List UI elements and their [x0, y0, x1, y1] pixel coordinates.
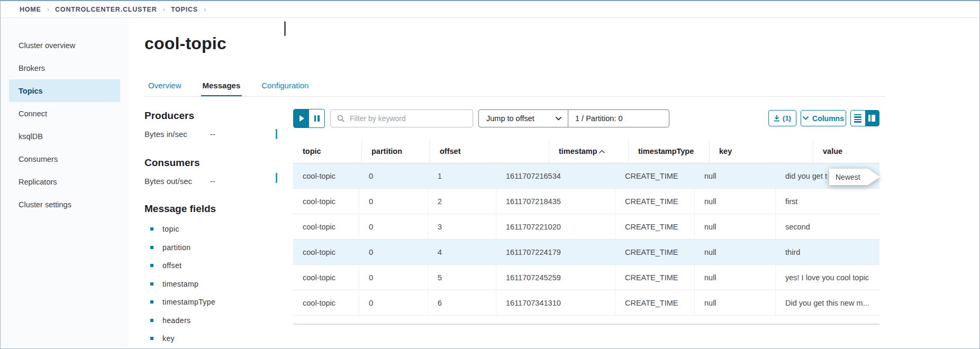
message-field-item[interactable]: topic — [144, 220, 291, 238]
cell-topic: cool-topic — [293, 214, 359, 239]
cell-timestamp: 1611707216534 — [496, 163, 615, 188]
sidebar-item[interactable]: Cluster settings — [9, 193, 120, 216]
sidebar-item[interactable]: Brokers — [9, 57, 120, 79]
field-bullet-icon — [150, 282, 153, 286]
sidebar-item[interactable]: Consumers — [9, 148, 120, 170]
cell-key: null — [695, 163, 776, 188]
column-header[interactable]: timestamp — [549, 140, 629, 163]
breadcrumb-link[interactable]: CONTROLCENTER.CLUSTER — [55, 6, 157, 13]
sidebar-item[interactable]: Topics — [9, 79, 120, 102]
sidebar-item-label: ksqlDB — [19, 132, 43, 141]
split-view-icon — [868, 115, 870, 122]
message-field-item[interactable]: headers — [144, 311, 291, 330]
column-header[interactable]: key — [710, 140, 813, 163]
cell-partition: 0 — [359, 290, 428, 315]
table-row[interactable]: cool-topic 0 5 1611707245259 CREATE_TIME… — [293, 265, 879, 290]
download-button[interactable]: (1) — [768, 110, 796, 126]
cell-key: null — [695, 189, 776, 214]
breadcrumb-item: TOPICS › — [171, 5, 212, 13]
table-row[interactable]: cool-topic 0 1 1611707216534 CREATE_TIME… — [293, 163, 879, 189]
tab[interactable]: Messages — [201, 81, 242, 97]
message-field-label: topic — [162, 225, 179, 233]
columns-label: Columns — [812, 114, 844, 123]
jump-to-offset-value: Jump to offset — [486, 114, 534, 123]
table-row[interactable]: cool-topic 0 6 1611707341310 CREATE_TIME… — [293, 290, 879, 316]
sidebar-item-label: Connect — [19, 109, 47, 118]
column-header[interactable]: offset — [430, 140, 549, 163]
search-input[interactable] — [350, 114, 473, 123]
field-bullet-icon — [150, 337, 153, 340]
newest-tooltip: Newest — [829, 169, 880, 185]
field-bullet-icon — [150, 300, 153, 304]
cell-timestampType: CREATE_TIME — [615, 214, 695, 239]
column-header-label: key — [719, 147, 732, 155]
sidebar-item-label: Replicators — [19, 178, 57, 186]
cell-topic: cool-topic — [293, 163, 359, 188]
bytes-out-label: Bytes out/sec — [144, 177, 210, 186]
tabs-divider — [144, 96, 886, 97]
tab[interactable]: Overview — [147, 81, 183, 97]
breadcrumb-link[interactable]: TOPICS — [171, 6, 198, 13]
field-bullet-icon — [150, 264, 153, 267]
message-field-item[interactable]: key — [144, 329, 291, 348]
jump-to-offset-select[interactable]: Jump to offset — [479, 110, 568, 127]
sidebar-item-label: Brokers — [19, 64, 45, 72]
column-header[interactable]: value — [813, 140, 842, 163]
cell-timestamp: 1611707245259 — [496, 265, 615, 290]
sidebar-item[interactable]: Cluster overview — [9, 34, 120, 57]
producers-heading: Producers — [144, 110, 291, 122]
cell-topic: cool-topic — [293, 265, 359, 290]
column-header[interactable]: timestampType — [629, 140, 710, 163]
sidebar-item[interactable]: ksqlDB — [9, 125, 120, 148]
play-pause-group — [293, 109, 325, 128]
breadcrumb-link[interactable]: HOME — [20, 6, 41, 13]
pause-button[interactable] — [309, 109, 324, 127]
sidebar-item[interactable]: Replicators — [9, 170, 120, 193]
bytes-in-row: Bytes in/sec -- — [144, 130, 291, 139]
breadcrumb-item: CONTROLCENTER.CLUSTER › — [55, 5, 171, 13]
list-view-button[interactable] — [851, 111, 865, 126]
column-header-label: offset — [440, 147, 460, 155]
message-field-item[interactable]: partition — [144, 238, 291, 257]
table-row[interactable]: cool-topic 0 2 1611707218435 CREATE_TIME… — [293, 189, 879, 214]
cell-timestampType: CREATE_TIME — [615, 290, 695, 315]
messages-table: topic partition offset — [293, 140, 879, 316]
cell-value: second — [776, 214, 879, 239]
cell-value: yes! I love you cool topic — [776, 265, 879, 290]
cell-offset: 1 — [428, 163, 496, 188]
column-header[interactable]: partition — [362, 140, 430, 163]
message-field-item[interactable]: offset — [144, 256, 291, 275]
sidebar-item[interactable]: Connect — [9, 102, 120, 125]
sparkline-bytes-out — [276, 173, 277, 183]
sidebar-item-label: Cluster settings — [19, 200, 71, 209]
cell-partition: 0 — [359, 265, 428, 290]
tab[interactable]: Configuration — [260, 81, 310, 97]
columns-button[interactable]: Columns — [801, 110, 846, 126]
scrollbar-thumb[interactable] — [284, 21, 286, 36]
bytes-in-value: -- — [210, 130, 215, 139]
message-field-label: timestamp — [162, 280, 198, 288]
table-body: cool-topic 0 1 1611707216534 CREATE_TIME… — [293, 163, 879, 316]
chevron-right-icon: › — [204, 5, 206, 13]
message-field-item[interactable]: timestamp — [144, 275, 291, 293]
newest-tooltip-label: Newest — [836, 173, 860, 181]
table-row[interactable]: cool-topic 0 3 1611707221020 CREATE_TIME… — [293, 214, 879, 240]
play-button[interactable] — [294, 109, 309, 127]
chevron-right-icon: › — [163, 5, 165, 13]
sort-asc-icon[interactable] — [599, 150, 605, 153]
message-fields-list: topic partition offset timestamp timesta… — [144, 220, 291, 348]
message-field-label: timestampType — [162, 298, 215, 306]
message-field-label: partition — [162, 243, 190, 252]
column-header[interactable]: topic — [293, 140, 362, 163]
cell-partition: 0 — [359, 214, 428, 239]
chevron-right-icon: › — [47, 5, 49, 13]
field-bullet-icon — [150, 319, 153, 322]
cell-timestampType: CREATE_TIME — [615, 189, 695, 214]
cell-timestamp: 1611707341310 — [496, 290, 615, 315]
chevron-down-icon — [803, 116, 809, 120]
offset-partition-input[interactable] — [568, 114, 669, 123]
sidebar-item-label: Cluster overview — [19, 41, 75, 50]
message-field-item[interactable]: timestampType — [144, 293, 291, 311]
split-view-button[interactable] — [865, 111, 879, 126]
table-row[interactable]: cool-topic 0 4 1611707224179 CREATE_TIME… — [293, 240, 879, 265]
